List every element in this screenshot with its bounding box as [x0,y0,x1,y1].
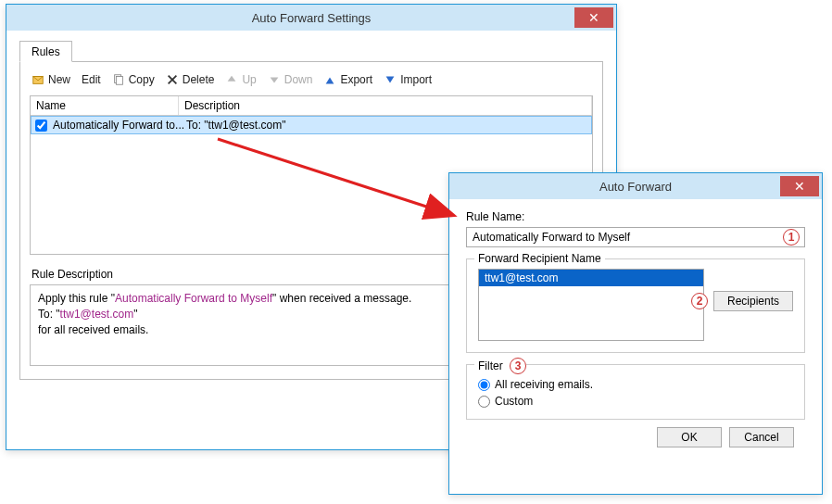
ok-button[interactable]: OK [657,427,722,447]
titlebar[interactable]: Auto Forward Settings ✕ [6,5,616,31]
dialog-buttons: OK Cancel [466,420,805,447]
cancel-button[interactable]: Cancel [729,427,794,447]
desc-recipient[interactable]: ttw1@test.com [60,308,134,321]
filter-custom-label: Custom [495,395,533,408]
auto-forward-dialog: Auto Forward ✕ Rule Name: 1 Forward Reci… [448,172,823,495]
svg-marker-7 [270,77,278,82]
svg-rect-3 [116,77,122,85]
toolbar: New Edit Copy Delete [30,69,593,95]
recipient-listbox[interactable]: ttw1@test.com [478,269,704,341]
desc-rulename[interactable]: Automatically Forward to Myself [115,292,272,305]
down-label: Down [284,73,313,86]
up-button[interactable]: Up [225,73,256,86]
delete-button[interactable]: Delete [166,73,215,86]
delete-label: Delete [183,73,215,86]
export-button[interactable]: Export [323,73,372,86]
new-label: New [48,73,70,86]
rule-name-cell: Automatically Forward to... [51,119,186,132]
filter-all-radio[interactable] [478,379,490,391]
export-icon [323,73,336,86]
titlebar[interactable]: Auto Forward ✕ [449,173,822,199]
recipient-item[interactable]: ttw1@test.com [479,270,703,286]
svg-marker-8 [326,77,334,83]
column-name[interactable]: Name [31,96,179,115]
close-button[interactable]: ✕ [780,176,819,196]
edit-button[interactable]: Edit [82,73,101,86]
dialog-body: Rule Name: 1 Forward Recipient Name ttw1… [449,199,822,457]
callout-1: 1 [783,229,800,246]
close-button[interactable]: ✕ [574,7,613,28]
copy-label: Copy [129,73,155,86]
rule-row[interactable]: Automatically Forward to... To: "ttw1@te… [31,116,592,134]
filter-fieldset: Filter 3 All receiving emails. Custom [466,364,805,420]
import-icon [384,73,397,86]
new-icon [32,73,44,86]
tab-rules[interactable]: Rules [19,41,72,62]
import-label: Import [400,73,432,86]
export-label: Export [340,73,372,86]
rule-name-input[interactable] [466,227,805,247]
rule-checkbox[interactable] [35,120,47,132]
list-header: Name Description [31,96,592,116]
forward-recipient-fieldset: Forward Recipient Name ttw1@test.com 2 R… [466,258,805,353]
filter-custom-radio[interactable] [478,396,490,408]
new-button[interactable]: New [32,73,70,86]
column-description[interactable]: Description [179,96,592,115]
arrow-down-icon [268,73,281,86]
edit-label: Edit [82,73,101,86]
close-icon: ✕ [588,10,599,25]
callout-2: 2 [691,293,708,309]
filter-all-label: All receiving emails. [495,378,593,391]
delete-icon [166,73,179,86]
rule-desc-cell: To: "ttw1@test.com" [186,119,587,132]
close-icon: ✕ [794,179,805,194]
filter-custom-option[interactable]: Custom [478,395,793,408]
tab-strip: Rules [19,40,603,62]
callout-3: 3 [510,358,526,374]
down-button[interactable]: Down [268,73,313,86]
window-title: Auto Forward [449,180,822,194]
window-title: Auto Forward Settings [6,11,616,25]
svg-marker-9 [386,77,395,83]
arrow-up-icon [225,73,238,86]
copy-button[interactable]: Copy [112,73,155,86]
svg-marker-6 [228,76,236,82]
forward-recipient-legend: Forward Recipient Name [474,252,605,265]
recipients-button[interactable]: Recipients [713,291,793,311]
filter-all-option[interactable]: All receiving emails. [478,378,793,391]
copy-icon [112,73,125,86]
import-button[interactable]: Import [384,73,432,86]
rule-name-label: Rule Name: [466,210,805,223]
filter-legend: Filter 3 [474,358,526,374]
up-label: Up [242,73,256,86]
